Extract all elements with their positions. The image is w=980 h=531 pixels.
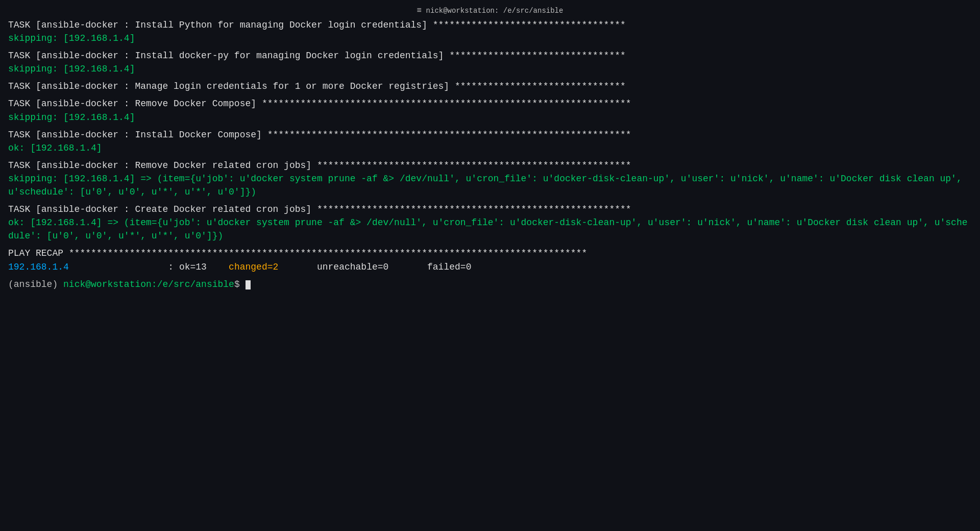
task-line: TASK [ansible-docker : Install docker-py… <box>8 49 972 62</box>
spacer <box>8 199 972 203</box>
recap-header: PLAY RECAP *****************************… <box>8 247 972 260</box>
window-title: nick@workstation: /e/src/ansible <box>426 7 564 15</box>
task-line: TASK [ansible-docker : Remove Docker Com… <box>8 97 972 110</box>
skip-line: skipping: [192.168.1.4] => (item={u'job'… <box>8 172 972 199</box>
spacer <box>8 93 972 97</box>
ok-line: ok: [192.168.1.4] <box>8 141 972 155</box>
terminal-content: TASK [ansible-docker : Install Python fo… <box>6 18 974 291</box>
skip-line: skipping: [192.168.1.4] <box>8 111 972 124</box>
ok-line: ok: [192.168.1.4] => (item={u'job': u'do… <box>8 216 972 243</box>
recap-host: 192.168.1.4 <box>8 262 69 272</box>
task-line: TASK [ansible-docker : Remove Docker rel… <box>8 159 972 172</box>
spacer <box>8 274 972 278</box>
cursor <box>246 280 251 289</box>
spacer <box>8 243 972 247</box>
terminal-window: ≡ nick@workstation: /e/src/ansible TASK … <box>0 0 980 531</box>
title-bar: ≡ nick@workstation: /e/src/ansible <box>0 5 980 17</box>
prompt-prefix: (ansible) <box>8 279 63 289</box>
spacer <box>8 155 972 159</box>
task-line: TASK [ansible-docker : Install Docker Co… <box>8 128 972 141</box>
recap-unreachable: unreachable=0 <box>317 262 388 272</box>
prompt-suffix: $ <box>234 279 246 289</box>
menu-icon[interactable]: ≡ <box>417 6 422 15</box>
task-line: TASK [ansible-docker : Install Python fo… <box>8 18 972 32</box>
recap-failed: failed=0 <box>427 262 471 272</box>
recap-changed: changed=2 <box>229 262 278 272</box>
prompt-path: nick@workstation:/e/src/ansible <box>63 279 234 289</box>
recap-colon: : <box>69 262 179 272</box>
task-line: TASK [ansible-docker : Manage login cred… <box>8 80 972 93</box>
spacer <box>8 45 972 49</box>
recap-ok: ok=13 <box>179 262 207 272</box>
prompt-line: (ansible) nick@workstation:/e/src/ansibl… <box>8 278 972 291</box>
spacer <box>8 76 972 80</box>
skip-line: skipping: [192.168.1.4] <box>8 62 972 76</box>
spacer <box>8 124 972 128</box>
skip-line: skipping: [192.168.1.4] <box>8 32 972 45</box>
task-line: TASK [ansible-docker : Create Docker rel… <box>8 203 972 216</box>
recap-stats-line: 192.168.1.4 : ok=13 changed=2 unreachabl… <box>8 260 972 274</box>
